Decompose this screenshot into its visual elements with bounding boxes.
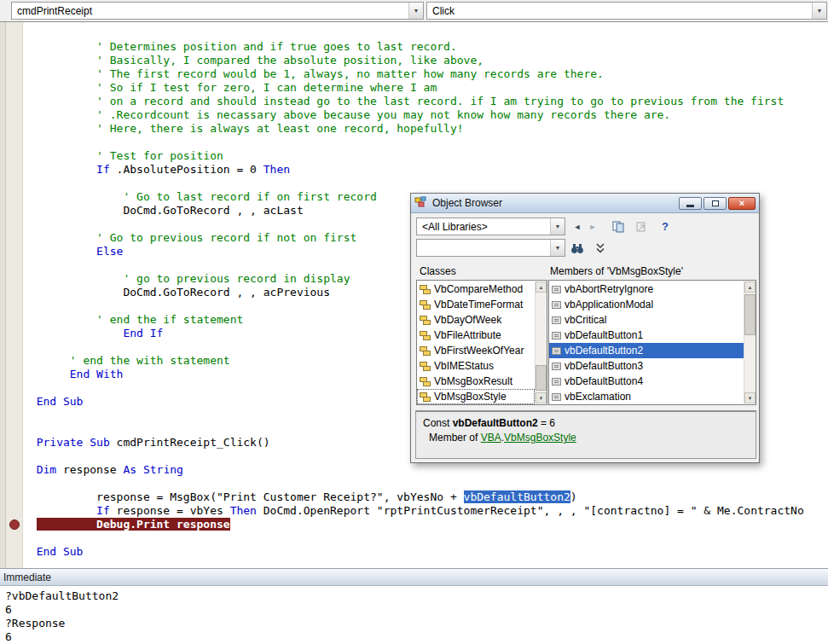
view-definition-icon[interactable]: [633, 218, 650, 235]
code-line: ' Determines position and if true goes t…: [23, 40, 828, 54]
constant-icon: [552, 363, 561, 370]
declaration-name: vbDefaultButton2: [453, 417, 538, 429]
chevron-down-icon[interactable]: ▼: [812, 3, 826, 19]
list-item-vbExclamation[interactable]: vbExclamation: [549, 389, 744, 404]
object-selector[interactable]: cmdPrintReceipt ▼: [11, 2, 424, 20]
list-item-vbDefaultButton3[interactable]: vbDefaultButton3: [549, 358, 744, 374]
code-line: ' Test for position: [23, 149, 828, 163]
member-of-line: Member of VBA.VbMsgBoxStyle: [429, 432, 576, 444]
enum-icon: [420, 346, 431, 356]
immediate-title: Immediate: [3, 571, 51, 583]
code-line: ' .Recordcount is necassary above becaus…: [23, 108, 828, 122]
restore-button[interactable]: [704, 197, 727, 210]
vba-editor-window: cmdPrintReceipt ▼ Click ▼ ' Determines p…: [0, 0, 828, 644]
chevron-down-icon[interactable]: ▼: [408, 3, 423, 19]
list-item-vbDefaultButton1[interactable]: vbDefaultButton1: [549, 328, 744, 343]
chevron-down-icon[interactable]: ▼: [550, 218, 565, 235]
library-selector-value: <All Libraries>: [417, 221, 550, 233]
members-list[interactable]: vbAbortRetryIgnorevbApplicationModalvbCr…: [548, 280, 756, 405]
list-item-VbFirstWeekOfYear[interactable]: VbFirstWeekOfYear: [417, 343, 535, 358]
restore-icon: [712, 200, 719, 206]
enum-icon: [420, 316, 431, 325]
constant-icon: [552, 347, 561, 355]
minimize-icon: [686, 205, 694, 207]
scroll-up-icon[interactable]: ▲: [744, 281, 756, 293]
scroll-down-icon[interactable]: ▼: [536, 392, 547, 403]
chevron-down-icon[interactable]: ▼: [550, 240, 565, 256]
list-item-VbFileAttribute[interactable]: VbFileAttribute: [417, 328, 535, 343]
code-line: ' on a record and should instead go to t…: [23, 95, 828, 108]
list-item-vbApplicationModal[interactable]: vbApplicationModal: [549, 297, 744, 312]
item-label: vbDefaultButton3: [565, 360, 643, 372]
enum-icon: [420, 285, 431, 294]
search-icon[interactable]: [569, 240, 586, 257]
immediate-titlebar[interactable]: Immediate: [0, 568, 828, 586]
classes-header: Classes: [420, 265, 456, 277]
list-item-VbIMEStatus[interactable]: VbIMEStatus: [417, 358, 535, 374]
scrollbar-track[interactable]: [744, 293, 756, 392]
item-label: vbApplicationModal: [565, 299, 653, 310]
copy-icon[interactable]: [610, 218, 627, 235]
classes-list[interactable]: VbCompareMethodVbDateTimeFormatVbDayOfWe…: [416, 280, 547, 405]
code-line: End Sub: [23, 545, 828, 559]
code-line: ' Basically, I compared the absolute pos…: [23, 54, 828, 67]
scroll-down-icon[interactable]: ▼: [744, 392, 756, 403]
immediate-line: ?vbDefaultButton2: [5, 589, 828, 603]
go-back-icon[interactable]: ◄: [569, 218, 586, 235]
breakpoint-indicator[interactable]: [9, 519, 20, 530]
member-of-prefix: Member of: [429, 432, 481, 444]
constant-icon: [552, 378, 561, 386]
class-link[interactable]: VbMsgBoxStyle: [504, 432, 576, 444]
item-label: vbCritical: [565, 314, 606, 326]
classes-scrollbar[interactable]: ▲ ▼: [535, 281, 547, 403]
item-label: vbExclamation: [565, 391, 631, 403]
library-link[interactable]: VBA: [481, 432, 501, 444]
scrollbar-thumb[interactable]: [744, 294, 756, 335]
members-scrollbar[interactable]: ▲ ▼: [744, 281, 756, 403]
object-selector-value: cmdPrintReceipt: [12, 5, 408, 17]
close-button[interactable]: ×: [728, 197, 756, 210]
item-label: VbIMEStatus: [434, 360, 494, 372]
item-label: vbDefaultButton1: [565, 329, 643, 341]
item-label: VbFileAttribute: [434, 329, 501, 341]
list-item-VbMsgBoxResult[interactable]: VbMsgBoxResult: [417, 374, 535, 389]
list-item-vbDefaultButton4[interactable]: vbDefaultButton4: [549, 374, 744, 389]
immediate-input-area[interactable]: ?vbDefaultButton26?Response6: [0, 586, 828, 644]
item-label: VbFirstWeekOfYear: [434, 345, 524, 357]
scrollbar-thumb[interactable]: [536, 365, 547, 391]
list-item-VbDateTimeFormat[interactable]: VbDateTimeFormat: [417, 297, 535, 312]
scroll-up-icon[interactable]: ▲: [536, 281, 547, 293]
breakpoint-margin[interactable]: [6, 22, 23, 568]
go-forward-icon[interactable]: ►: [584, 218, 601, 235]
member-declaration: Const vbDefaultButton2 = 6: [423, 417, 555, 429]
list-item-VbDayOfWeek[interactable]: VbDayOfWeek: [417, 312, 535, 328]
library-selector[interactable]: <All Libraries> ▼: [416, 218, 565, 235]
code-line: ' The first record would be 1, always, n…: [23, 67, 828, 81]
code-line: [23, 177, 828, 190]
list-item-vbCritical[interactable]: vbCritical: [549, 312, 744, 328]
item-label: vbDefaultButton2: [565, 345, 643, 357]
event-selector-value: Click: [427, 5, 812, 17]
show-search-results-icon[interactable]: [592, 240, 609, 257]
code-line: [23, 477, 828, 490]
immediate-window: Immediate ?vbDefaultButton26?Response6: [0, 568, 828, 644]
item-label: VbMsgBoxStyle: [434, 391, 507, 403]
list-item-vbDefaultButton2[interactable]: vbDefaultButton2: [549, 343, 744, 358]
item-label: VbDayOfWeek: [434, 314, 501, 326]
window-title: Object Browser: [432, 197, 502, 209]
detail-pane: Const vbDefaultButton2 = 6 Member of VBA…: [415, 410, 756, 459]
list-item-VbCompareMethod[interactable]: VbCompareMethod: [417, 281, 535, 297]
members-header: Members of 'VbMsgBoxStyle': [550, 265, 683, 277]
code-line: [23, 531, 828, 545]
code-line: If .AbsolutePosition = 0 Then: [23, 163, 828, 177]
search-input[interactable]: ▼: [416, 239, 565, 257]
list-item-VbMsgBoxStyle[interactable]: VbMsgBoxStyle: [417, 389, 535, 404]
procedure-header-bar: cmdPrintReceipt ▼ Click ▼: [0, 0, 828, 22]
minimize-button[interactable]: [679, 197, 702, 210]
event-selector[interactable]: Click ▼: [426, 2, 827, 20]
help-icon[interactable]: ?: [657, 218, 674, 235]
object-browser-titlebar[interactable]: Object Browser ×: [411, 194, 759, 213]
list-item-vbAbortRetryIgnore[interactable]: vbAbortRetryIgnore: [549, 281, 744, 297]
scrollbar-track[interactable]: [536, 293, 547, 392]
code-line: If response = vbYes Then DoCmd.OpenRepor…: [23, 504, 828, 518]
